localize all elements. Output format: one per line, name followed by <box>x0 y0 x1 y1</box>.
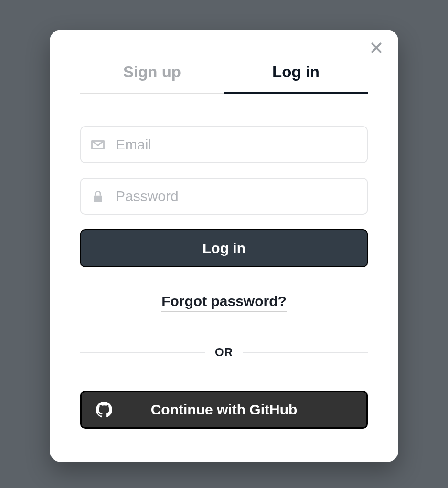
login-form: Log in Forgot password? OR Continue with… <box>80 126 368 429</box>
close-icon <box>370 42 383 56</box>
forgot-password-link[interactable]: Forgot password? <box>161 293 287 312</box>
password-field[interactable] <box>80 178 368 215</box>
svg-rect-2 <box>94 196 102 202</box>
password-input-wrapper <box>80 178 368 215</box>
divider-text: OR <box>215 346 233 359</box>
continue-with-github-button[interactable]: Continue with GitHub <box>80 391 368 429</box>
tab-login[interactable]: Log in <box>224 63 368 94</box>
tab-signup[interactable]: Sign up <box>80 63 224 94</box>
login-modal: Sign up Log in <box>50 30 398 462</box>
lock-icon <box>91 189 105 203</box>
login-button[interactable]: Log in <box>80 229 368 267</box>
email-input-wrapper <box>80 126 368 163</box>
tab-login-label: Log in <box>272 63 320 81</box>
divider-line-right <box>243 352 368 353</box>
email-icon <box>91 138 105 152</box>
divider: OR <box>80 346 368 359</box>
auth-tabs: Sign up Log in <box>80 63 368 94</box>
login-button-label: Log in <box>203 240 245 256</box>
forgot-password-wrapper: Forgot password? <box>80 293 368 312</box>
github-button-label: Continue with GitHub <box>151 402 298 418</box>
divider-line-left <box>80 352 205 353</box>
email-field[interactable] <box>80 126 368 163</box>
close-button[interactable] <box>370 42 383 55</box>
tab-signup-label: Sign up <box>123 63 181 81</box>
github-icon <box>96 402 112 418</box>
